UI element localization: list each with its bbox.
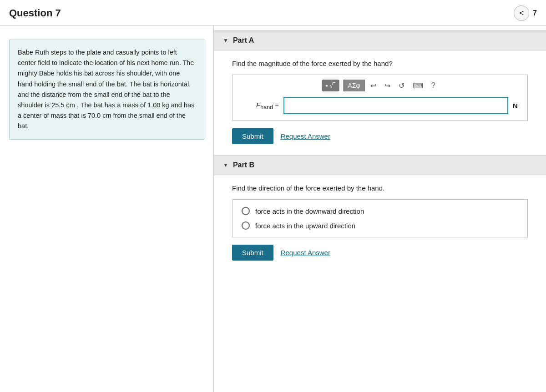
undo-button[interactable]: ↩ xyxy=(368,80,379,91)
part-a-label: Part A xyxy=(233,36,254,45)
radio-downward-circle[interactable] xyxy=(242,207,250,215)
nav-controls: < 7 xyxy=(514,5,537,21)
radio-option-upward[interactable]: force acts in the upward direction xyxy=(242,221,518,230)
part-a-header: ▼ Part A xyxy=(214,30,546,50)
radio-upward-label: force acts in the upward direction xyxy=(255,222,355,230)
problem-box: Babe Ruth steps to the plate and casuall… xyxy=(9,40,204,140)
math-toolbar: ▪ √‾ AΣφ ↩ ↪ ↺ ⌨ ? xyxy=(238,80,522,91)
part-a-section: ▼ Part A Find the magnitude of the force… xyxy=(214,30,546,155)
sqrt-button[interactable]: ▪ √‾ xyxy=(322,80,339,91)
radio-upward-circle[interactable] xyxy=(242,221,250,230)
problem-text: Babe Ruth steps to the plate and casuall… xyxy=(18,47,196,132)
part-b-arrow: ▼ xyxy=(223,162,228,168)
left-panel: Babe Ruth steps to the plate and casuall… xyxy=(0,26,214,392)
nav-prev-button[interactable]: < xyxy=(514,5,529,21)
right-panel: ▼ Part A Find the magnitude of the force… xyxy=(214,26,546,392)
keyboard-button[interactable]: ⌨ xyxy=(410,80,426,91)
part-a-content: Find the magnitude of the force exerted … xyxy=(214,50,546,155)
asf-button[interactable]: AΣφ xyxy=(343,80,365,91)
part-b-header: ▼ Part B xyxy=(214,155,546,175)
redo-button[interactable]: ↪ xyxy=(382,80,393,91)
sqrt-icon: √‾ xyxy=(329,82,335,89)
refresh-button[interactable]: ↺ xyxy=(396,80,407,91)
part-a-action-row: Submit Request Answer xyxy=(232,128,528,144)
square-icon: ▪ xyxy=(325,82,328,89)
part-a-input-row: Fhand = N xyxy=(238,97,522,114)
part-a-arrow: ▼ xyxy=(223,37,228,44)
part-b-submit-button[interactable]: Submit xyxy=(232,245,273,261)
radio-option-downward[interactable]: force acts in the downward direction xyxy=(242,207,518,215)
main-layout: Babe Ruth steps to the plate and casuall… xyxy=(0,26,546,392)
part-a-submit-button[interactable]: Submit xyxy=(232,128,273,144)
part-a-request-answer-button[interactable]: Request Answer xyxy=(281,132,330,140)
question-number: 7 xyxy=(533,9,537,17)
part-b-content: Find the direction of the force exerted … xyxy=(214,175,546,271)
page-title: Question 7 xyxy=(9,7,61,19)
part-b-request-answer-button[interactable]: Request Answer xyxy=(281,249,330,256)
part-b-question: Find the direction of the force exerted … xyxy=(232,184,528,192)
unit-n: N xyxy=(513,102,522,110)
toolbar-group: ▪ √‾ xyxy=(322,80,339,91)
fhand-input[interactable] xyxy=(283,97,508,114)
fhand-label: Fhand = xyxy=(238,101,279,111)
help-button[interactable]: ? xyxy=(429,80,438,90)
radio-downward-label: force acts in the downward direction xyxy=(255,207,364,215)
part-b-options-box: force acts in the downward direction for… xyxy=(232,199,528,237)
part-b-action-row: Submit Request Answer xyxy=(232,245,528,261)
part-a-input-box: ▪ √‾ AΣφ ↩ ↪ ↺ ⌨ ? Fhan xyxy=(232,75,528,121)
part-a-question: Find the magnitude of the force exerted … xyxy=(232,60,528,67)
page-header: Question 7 < 7 xyxy=(0,0,546,26)
part-b-section: ▼ Part B Find the direction of the force… xyxy=(214,155,546,271)
chevron-left-icon: < xyxy=(519,9,523,17)
part-b-label: Part B xyxy=(233,161,254,169)
